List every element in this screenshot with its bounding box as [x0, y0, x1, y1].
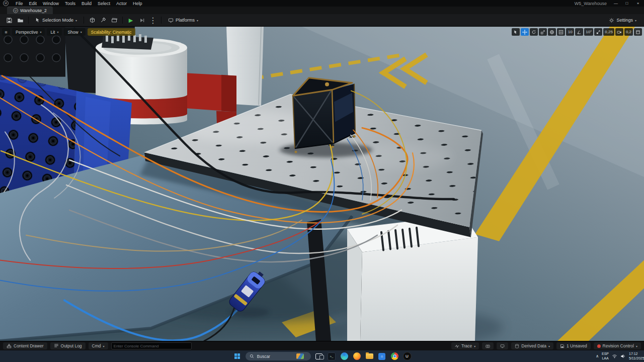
taskbar-clock[interactable]: 17:12 5/11/2025: [629, 352, 644, 360]
chevron-down-icon: ▾: [57, 30, 58, 34]
trace-dropdown[interactable]: Trace▾: [451, 342, 479, 349]
camera-mode-dropdown[interactable]: Perspective▾: [12, 28, 45, 36]
search-highlight-thumbnail: [296, 353, 304, 359]
content-drawer-button[interactable]: Content Drawer: [3, 342, 47, 349]
menu-build[interactable]: Build: [78, 1, 95, 6]
editor-mode-dropdown[interactable]: Selection Mode ▾: [32, 16, 80, 25]
cmd-dropdown[interactable]: Cmd▾: [89, 342, 108, 349]
menu-help[interactable]: Help: [130, 1, 145, 6]
windows-logo-icon: [234, 353, 240, 359]
screenshot-tool-button[interactable]: [482, 342, 494, 349]
grid-snap-toggle[interactable]: [557, 28, 565, 36]
show-flags-dropdown[interactable]: Show▾: [64, 28, 85, 36]
viewport-3d-scene[interactable]: [0, 27, 644, 341]
monitor-icon: [500, 344, 505, 348]
hidden-icons-button[interactable]: ∧: [596, 354, 599, 358]
tab-warehouse-2[interactable]: U Warehouse_2: [7, 7, 53, 14]
toolbar-divider: [28, 17, 29, 24]
menu-window[interactable]: Window: [40, 1, 62, 6]
rotate-tool-button[interactable]: [530, 28, 538, 36]
camera-icon: [486, 344, 490, 348]
console-command-input[interactable]: [111, 342, 192, 349]
tab-label: Warehouse_2: [20, 8, 47, 13]
clock-date: 5/11/2025: [629, 356, 644, 360]
revision-control-dropdown[interactable]: Revision Control▾: [594, 342, 641, 349]
store-icon: ⌂: [378, 353, 385, 360]
main-toolbar: Selection Mode ▾ ▶ ⋮ Platforms ▾ Setting: [0, 14, 644, 27]
save-icon: [560, 344, 565, 348]
move-tool-button[interactable]: [521, 28, 529, 36]
play-options-kebab[interactable]: ⋮: [148, 16, 158, 25]
maximize-button[interactable]: □: [624, 1, 630, 6]
platforms-dropdown[interactable]: Platforms ▾: [165, 16, 202, 25]
chevron-down-icon: ▾: [636, 344, 637, 348]
camera-speed-button[interactable]: [615, 28, 623, 36]
menu-actor[interactable]: Actor: [113, 1, 130, 6]
output-log-button[interactable]: Output Log: [50, 342, 86, 349]
close-button[interactable]: ×: [635, 1, 641, 6]
menu-edit[interactable]: Edit: [26, 1, 40, 6]
chevron-down-icon: ▾: [635, 19, 636, 22]
wifi-icon[interactable]: [612, 353, 617, 359]
chevron-down-icon: ▾: [80, 30, 82, 34]
grid-icon: [558, 30, 564, 35]
volume-icon[interactable]: [620, 353, 626, 359]
toolbar-divider: [122, 17, 123, 24]
menu-file[interactable]: File: [13, 1, 26, 6]
level-icon: U: [13, 8, 18, 13]
app-chrome[interactable]: [390, 352, 399, 360]
content-browser-button[interactable]: [15, 16, 25, 25]
scale-snap-value[interactable]: 0,25: [603, 28, 614, 36]
add-actor-button[interactable]: [87, 16, 97, 25]
derived-data-dropdown[interactable]: Derived Data▾: [511, 342, 553, 349]
chrome-icon: [391, 352, 398, 360]
world-local-toggle[interactable]: [548, 28, 556, 36]
cinematics-button[interactable]: [109, 16, 119, 25]
insights-button[interactable]: [497, 342, 508, 349]
move-icon: [522, 30, 527, 35]
view-mode-dropdown[interactable]: Lit▾: [47, 28, 62, 36]
taskbar-search[interactable]: [246, 352, 311, 360]
app-file-explorer[interactable]: [365, 352, 374, 360]
menu-select[interactable]: Select: [95, 1, 113, 6]
scale-tool-button[interactable]: [539, 28, 547, 36]
settings-dropdown[interactable]: Settings ▾: [605, 16, 640, 25]
app-firefox[interactable]: [353, 352, 361, 360]
chevron-down-icon: ▾: [103, 344, 105, 348]
viewport-options-menu[interactable]: ≡: [2, 28, 10, 36]
app-edge[interactable]: [340, 352, 349, 360]
search-icon: [250, 354, 254, 358]
chevron-down-icon: ▾: [197, 19, 198, 22]
unsaved-changes-button[interactable]: 1 Unsaved: [556, 342, 591, 349]
frame-skip-button[interactable]: [137, 16, 147, 25]
scale-snap-icon: [596, 30, 601, 35]
maximize-icon: [635, 30, 640, 35]
minimize-button[interactable]: —: [613, 1, 619, 6]
scalability-warning-button[interactable]: Scalability: Cinematic: [88, 28, 135, 36]
app-terminal[interactable]: >_: [328, 352, 336, 360]
task-view-button[interactable]: [315, 352, 324, 360]
chevron-down-icon: ▾: [474, 344, 475, 348]
viewport-toolbar: ≡ Perspective▾ Lit▾ Show▾ Scalability: C…: [2, 28, 135, 36]
app-store[interactable]: ⌂: [378, 352, 386, 360]
blueprints-button[interactable]: [98, 16, 108, 25]
level-viewport[interactable]: ≡ Perspective▾ Lit▾ Show▾ Scalability: C…: [0, 27, 644, 341]
rotation-snap-value[interactable]: 10°: [584, 28, 593, 36]
save-button[interactable]: [4, 16, 14, 25]
menu-tools[interactable]: Tools: [62, 1, 78, 6]
start-button[interactable]: [233, 352, 242, 360]
rotation-snap-toggle[interactable]: [575, 28, 583, 36]
scale-snap-toggle[interactable]: [594, 28, 602, 36]
rotate-icon: [531, 30, 536, 35]
clock-time: 17:12: [629, 352, 638, 356]
cursor-icon: [35, 18, 40, 23]
camera-speed-value[interactable]: 0,2: [624, 28, 633, 36]
grid-snap-value[interactable]: 10: [566, 28, 574, 36]
viewport-transform-toolbar: 10 10° 0,25 0,2: [512, 28, 642, 36]
language-indicator[interactable]: ESPLAA: [602, 352, 609, 360]
app-unreal-engine[interactable]: U: [403, 352, 412, 360]
play-button[interactable]: ▶: [126, 16, 136, 25]
maximize-viewport-button[interactable]: [634, 28, 642, 36]
search-input[interactable]: [256, 353, 294, 359]
select-tool-button[interactable]: [512, 28, 520, 36]
